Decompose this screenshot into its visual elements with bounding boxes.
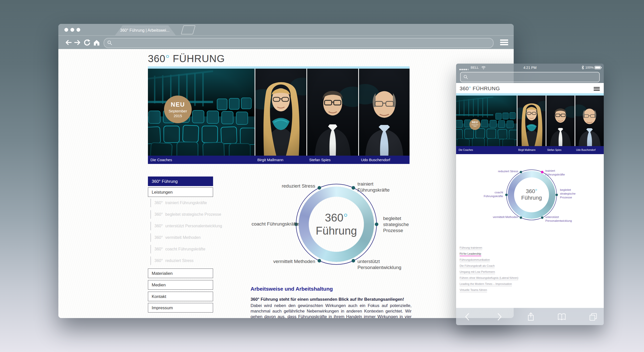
diagram-label-vermittelt: vermittelt Methoden [473,215,518,219]
sidebar-item-kontakt[interactable]: Kontakt [148,292,213,301]
sidebar-sub-reduziert[interactable]: 360°reduziert Stress [150,256,217,265]
window-control-dot[interactable] [64,28,68,32]
mobile-photo-banner: NEU September 2015 Die Coaches Birgit Ma… [456,96,604,154]
browser-window: 360° Führung | Arbeitswei... × [58,24,514,318]
browser-tab-bar: 360° Führung | Arbeitswei... × [58,24,514,35]
sidebar-item-impressum[interactable]: Impressum [148,303,213,313]
search-icon [463,75,468,80]
address-input[interactable] [114,38,482,47]
bookmarks-icon[interactable] [557,312,566,321]
mobile-page-title: 360° FÜHRUNG [460,85,500,92]
home-icon[interactable] [93,39,100,46]
address-bar[interactable] [104,38,494,48]
sidebar-sub-begleitet[interactable]: 360°begleitet strategische Prozesse [150,210,217,219]
search-icon [107,40,112,45]
link-fuehrungskraft-als-coach[interactable]: Die Führungskraft als Coach [460,264,495,268]
sidebar-sub-trainiert[interactable]: 360°trainiert Führungskräfte [150,199,217,207]
window-control-dot[interactable] [70,28,74,32]
photo-udo-buschendorf[interactable] [359,69,410,156]
diagram-label-trainiert[interactable]: trainiert Führungskräfte [545,169,569,177]
diagram-label-unterstuetzt: unterstützt Personalentwicklung [357,258,408,271]
photo-auditorium[interactable]: NEU September 2015 [148,69,255,156]
new-tab-button[interactable] [181,25,195,34]
photo-auditorium[interactable]: NEU September 2015 [456,96,517,146]
mobile-browser-chrome [456,72,604,83]
mobile-menu-icon[interactable] [594,87,600,92]
diagram-center-label: 360°Führung [504,188,559,201]
mobile-device: BELL 4:21 PM 100% 360° FÜHRUNG [456,64,604,325]
share-icon[interactable] [527,312,535,321]
caption-udo: Udo Buschendorf [576,149,595,151]
photo-udo-buschendorf[interactable] [575,96,604,146]
diagram-label-begleitet: begleitet strategische Prozesse [383,215,412,233]
link-virtuelle-teams[interactable]: Virtuelle Teams führen [460,288,487,292]
sidebar-sub-coacht[interactable]: 360°coacht Führungskräfte [150,245,217,253]
battery-icon [594,66,602,70]
browser-tab[interactable]: 360° Führung | Arbeitswei... × [115,25,176,35]
page-viewport: 360° FÜHRUNG NEU September 2015 Die Coac… [58,49,514,318]
site-favicon [115,28,118,33]
reload-icon[interactable] [84,39,91,46]
diagram-label-reduziert-stress: reduziert Stress [265,183,315,189]
tab-title: 360° Führung | Arbeitswei... [120,28,169,33]
tabs-icon[interactable] [589,312,597,321]
link-weisungsbefugnis[interactable]: Führen ohne Weisungsbefugnis (Lateral fü… [460,276,518,280]
battery-percent-label: 100% [585,66,594,69]
link-low-performern[interactable]: Umgang mit Low Performern [460,270,495,274]
accent-bar [456,93,604,96]
window-control-dot[interactable] [76,28,80,32]
bluetooth-icon [581,65,584,71]
sidebar-sub-vermittelt[interactable]: 360°vermittelt Methoden [150,233,217,242]
caption-die-coaches: Die Coaches [459,149,473,151]
diagram-center-label: 360°Führung [294,211,379,237]
caption-stefan: Stefan Spies [309,158,331,162]
page-title: 360° FÜHRUNG [148,53,225,64]
sidebar-item-360-fuehrung[interactable]: 360° Führung [148,177,213,186]
diagram-label-coacht: coacht Führungskräfte [478,191,503,198]
mobile-link-list: Führung trainieren Fit for Leadership Fü… [460,245,518,293]
caption-die-coaches: Die Coaches [150,158,172,162]
back-icon[interactable] [65,39,72,46]
diagram-label-vermittelt: vermittelt Methoden [265,258,315,265]
link-fuehrungskommunikation[interactable]: Führungskommunikation [460,258,490,262]
article-lead: 360° Führung steht für einen umfassenden… [251,297,412,302]
photo-birgit-mallmann[interactable] [517,96,546,146]
diagram-label-reduziert-stress: reduziert Stress [480,169,518,173]
new-badge: NEU September 2015 [164,96,192,123]
sidebar-item-materialien[interactable]: Materialien [148,269,213,278]
diagram-label-unterstuetzt: unterstützt Personalentwicklung [545,215,582,223]
photo-stefan-spies[interactable] [307,69,358,156]
photo-stefan-spies[interactable] [546,96,575,146]
caption-bar: Die Coaches Birgit Mallmann Stefan Spies… [456,146,604,154]
diagram-label-trainiert: trainiert Führungskräfte [357,181,391,193]
sidebar-item-leistungen[interactable]: Leistungen [148,187,213,197]
mobile-status-bar: BELL 4:21 PM 100% [456,64,604,72]
diagram-label-coacht: coacht Führungskräfte [249,221,299,227]
link-fuehrung-trainieren[interactable]: Führung trainieren [460,246,482,250]
accent-bar [148,66,410,69]
sidebar-item-medien[interactable]: Medien [148,280,213,290]
mobile-search-field[interactable] [460,72,600,82]
back-icon[interactable] [463,312,472,321]
forward-icon[interactable] [495,312,504,321]
desktop-background: 360° Führung | Arbeitswei... × [0,0,644,352]
link-fit-for-leadership[interactable]: Fit for Leadership [460,252,481,256]
article-heading: Arbeitsweise und Arbeitshaltung [251,286,333,292]
link-leading-modern-times[interactable]: Leading the Modern Times – Improvisation [460,282,512,286]
caption-stefan: Stefan Spies [547,149,561,151]
coach-photo-banner: NEU September 2015 Die Coaches Birgit Ma… [148,69,410,164]
caption-udo: Udo Buschendorf [361,158,390,162]
forward-icon[interactable] [74,39,81,46]
browser-toolbar [58,35,514,49]
browser-menu-icon[interactable] [500,39,508,46]
caption-birgit: Birgit Mallmann [257,158,283,162]
article-body: Dabei wird neben den gewünschten Wirkung… [251,303,412,318]
leadership-ring-diagram: 360°Führung [294,182,379,267]
tab-close-icon[interactable]: × [173,28,176,33]
photo-birgit-mallmann[interactable] [255,69,306,156]
caption-birgit: Birgit Mallmann [518,149,536,151]
caption-bar: Die Coaches Birgit Mallmann Stefan Spies… [148,156,410,164]
sidebar-sub-unterstuetzt[interactable]: 360°unterstützt Personalentwicklung [150,222,217,230]
new-badge: NEU September 2015 [469,119,480,130]
diagram-label-begleitet: begleitet strategische Prozesse [560,188,581,199]
